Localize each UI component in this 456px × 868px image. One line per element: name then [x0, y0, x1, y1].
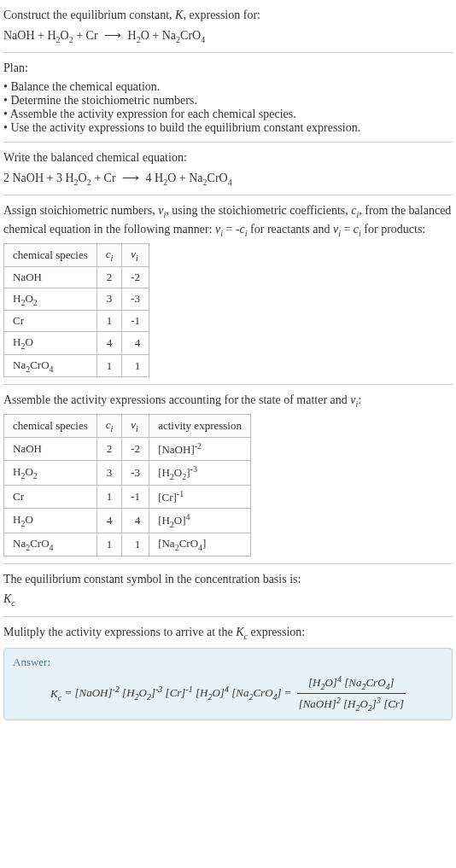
divider	[3, 563, 453, 564]
unbalanced-equation: NaOH + H2O2 + Cr ⟶ H2O + Na2CrO4	[3, 27, 453, 46]
plan-list: Balance the chemical equation. Determine…	[3, 80, 453, 135]
species-cell: Na2CrO4	[4, 354, 97, 377]
plan-item: Use the activity expressions to build th…	[3, 121, 453, 135]
answer-box: Answer: Kc = [NaOH]-2 [H2O2]-3 [Cr]-1 [H…	[3, 648, 453, 720]
balanced-label: Write the balanced chemical equation:	[3, 149, 453, 166]
v-cell: -2	[122, 437, 149, 460]
v-cell: 1	[122, 533, 149, 556]
stoich-section: Assign stoichiometric numbers, νi, using…	[3, 202, 453, 377]
table-row: NaOH 2 -2	[4, 266, 149, 288]
symbol-intro: The equilibrium constant symbol in the c…	[3, 571, 453, 588]
c-cell: 1	[96, 354, 122, 377]
symbol-section: The equilibrium constant symbol in the c…	[3, 571, 453, 609]
species-cell: Cr	[4, 311, 97, 332]
activity-table: chemical species ci νi activity expressi…	[3, 414, 251, 556]
table-row: NaOH 2 -2 [NaOH]-2	[4, 437, 251, 460]
col-header: ci	[96, 243, 122, 266]
col-header: νi	[122, 415, 149, 438]
col-header: νi	[122, 243, 149, 266]
c-cell: 3	[96, 288, 122, 311]
activity-section: Assemble the activity expressions accoun…	[3, 392, 453, 556]
plan-item: Determine the stoichiometric numbers.	[3, 94, 453, 108]
construct-text: Construct the equilibrium constant, K, e…	[3, 7, 453, 24]
answer-label: Answer:	[13, 655, 443, 669]
answer-equation: Kc = [NaOH]-2 [H2O2]-3 [Cr]-1 [H2O]4 [Na…	[13, 674, 443, 713]
divider	[3, 52, 453, 53]
divider	[3, 616, 453, 617]
balanced-equation: 2 NaOH + 3 H2O2 + Cr ⟶ 4 H2O + Na2CrO4	[3, 170, 453, 189]
species-cell: Na2CrO4	[4, 533, 97, 556]
v-cell: -1	[122, 311, 149, 332]
c-cell: 2	[96, 437, 122, 460]
expr-cell: [H2O]4	[149, 509, 251, 533]
table-row: H2O2 3 -3 [H2O2]-3	[4, 461, 251, 486]
expr-cell: [Cr]-1	[149, 485, 251, 508]
c-cell: 2	[96, 266, 122, 288]
stoich-intro: Assign stoichiometric numbers, νi, using…	[3, 202, 453, 240]
c-cell: 4	[96, 509, 122, 533]
balanced-section: Write the balanced chemical equation: 2 …	[3, 149, 453, 188]
kc-symbol: Kc	[3, 591, 453, 609]
denominator: [NaOH]2 [H2O2]3 [Cr]	[297, 694, 406, 713]
expr-cell: [Na2CrO4]	[149, 533, 251, 556]
species-cell: NaOH	[4, 437, 97, 460]
table-row: H2O 4 4	[4, 332, 149, 355]
v-cell: -3	[122, 461, 149, 486]
divider	[3, 142, 453, 143]
v-cell: -2	[122, 266, 149, 288]
kc-eq: Kc = [NaOH]-2 [H2O2]-3 [Cr]-1 [H2O]4 [Na…	[50, 684, 292, 702]
species-cell: H2O	[4, 332, 97, 355]
table-row: H2O 4 4 [H2O]4	[4, 509, 251, 533]
c-cell: 1	[96, 485, 122, 508]
col-header: ci	[96, 415, 122, 438]
c-cell: 1	[96, 311, 122, 332]
c-cell: 3	[96, 461, 122, 486]
v-cell: 1	[122, 354, 149, 377]
v-cell: 4	[122, 509, 149, 533]
plan-section: Plan: Balance the chemical equation. Det…	[3, 60, 453, 135]
c-cell: 4	[96, 332, 122, 355]
table-row: H2O2 3 -3	[4, 288, 149, 311]
divider	[3, 195, 453, 195]
plan-label: Plan:	[3, 60, 453, 77]
v-cell: -1	[122, 485, 149, 508]
table-row: Na2CrO4 1 1 [Na2CrO4]	[4, 533, 251, 556]
c-cell: 1	[96, 533, 122, 556]
activity-intro: Assemble the activity expressions accoun…	[3, 392, 453, 411]
species-cell: H2O2	[4, 461, 97, 486]
table-row: Cr 1 -1	[4, 311, 149, 332]
expr-cell: [H2O2]-3	[149, 461, 251, 486]
species-cell: NaOH	[4, 266, 97, 288]
species-cell: H2O2	[4, 288, 97, 311]
plan-item: Assemble the activity expression for eac…	[3, 108, 453, 121]
table-row: Cr 1 -1 [Cr]-1	[4, 485, 251, 508]
col-header: chemical species	[4, 243, 97, 266]
table-row: Na2CrO4 1 1	[4, 354, 149, 377]
v-cell: -3	[122, 288, 149, 311]
multiply-intro: Mulitply the activity expressions to arr…	[3, 624, 453, 643]
col-header: chemical species	[4, 415, 97, 438]
multiply-section: Mulitply the activity expressions to arr…	[3, 624, 453, 720]
numerator: [H2O]4 [Na2CrO4]	[297, 674, 406, 694]
fraction: [H2O]4 [Na2CrO4] [NaOH]2 [H2O2]3 [Cr]	[297, 674, 406, 713]
plan-item: Balance the chemical equation.	[3, 80, 453, 94]
species-cell: H2O	[4, 509, 97, 533]
expr-cell: [NaOH]-2	[149, 437, 251, 460]
stoich-table: chemical species ci νi NaOH 2 -2 H2O2 3 …	[3, 243, 149, 377]
intro: Construct the equilibrium constant, K, e…	[3, 7, 453, 45]
divider	[3, 384, 453, 385]
species-cell: Cr	[4, 485, 97, 508]
col-header: activity expression	[149, 415, 251, 438]
v-cell: 4	[122, 332, 149, 355]
